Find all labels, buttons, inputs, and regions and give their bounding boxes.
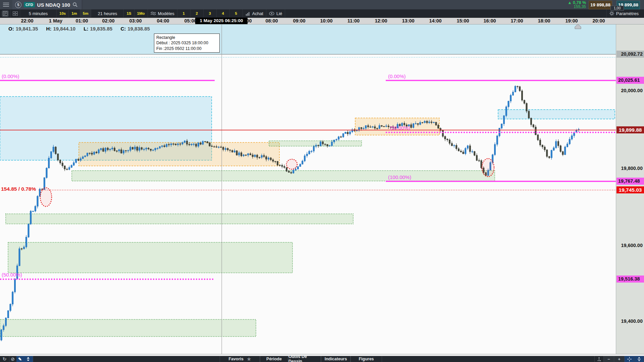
candle	[89, 153, 90, 154]
gear-icon	[609, 11, 614, 16]
candle	[456, 145, 457, 149]
tf-10s-button[interactable]: 10s	[57, 9, 69, 17]
price-tick: 19,600.00	[616, 242, 644, 249]
indicators-menu[interactable]: Indicateurs	[321, 356, 351, 362]
price-tick: 20,000.00	[616, 87, 644, 94]
range-1w-button[interactable]: 1S	[124, 9, 134, 17]
candle	[227, 148, 228, 150]
disable-drawings-button[interactable]: ⊘	[9, 356, 17, 362]
timeframe-dropdown[interactable]: 5 minutes	[20, 9, 57, 17]
layout-button[interactable]	[11, 9, 20, 17]
journal-button[interactable]	[0, 9, 11, 17]
drawing-tools-menu[interactable]: Outils De Dessin	[288, 356, 321, 362]
top-bar: 5 CFD US NDAQ 100 ▲ 0,78 % 155,35 19 898…	[0, 0, 644, 9]
instrument-selector[interactable]: 5 CFD US NDAQ 100	[12, 0, 82, 9]
model-5-button[interactable]: 5	[230, 9, 243, 17]
linked-toggle[interactable]: Lié	[266, 9, 285, 17]
favorites-menu[interactable]: Favoris ★	[220, 356, 260, 362]
candle	[408, 125, 410, 126]
patterns-menu[interactable]: Figures	[351, 356, 382, 362]
candle	[80, 159, 81, 160]
ohlc-close-label: C:	[120, 26, 126, 32]
candle	[46, 168, 47, 178]
candle	[173, 144, 174, 144]
candle	[179, 144, 181, 144]
candle	[327, 144, 328, 146]
candle	[57, 154, 59, 160]
spread-badge: 1,00	[610, 6, 624, 11]
tf-5m-button[interactable]: 5m	[80, 9, 92, 17]
candle	[478, 161, 480, 161]
candle	[435, 122, 437, 125]
pan-mode-button[interactable]	[594, 356, 604, 362]
zone-green	[6, 214, 353, 224]
time-tick: 16:00	[483, 17, 496, 24]
candle	[447, 139, 448, 140]
candle	[429, 122, 430, 123]
candle	[211, 146, 213, 147]
price-axis[interactable]: 20,092.7220,025.6120,000.0019,899.8819,8…	[616, 24, 644, 354]
candle	[304, 156, 305, 161]
candle	[553, 148, 554, 150]
crosshair-button[interactable]	[625, 356, 634, 362]
zoom-in-button[interactable]: +	[614, 356, 625, 362]
candle	[30, 211, 32, 224]
time-tick: 02:00	[102, 17, 114, 24]
ohlc-low-label: L:	[84, 26, 88, 32]
candle	[25, 237, 27, 247]
candle	[565, 147, 566, 155]
visible-range-dropdown[interactable]: 21 heures	[91, 9, 124, 17]
candle	[175, 144, 176, 145]
reload-button[interactable]: ↻	[0, 356, 9, 362]
favorites-label: Favoris	[228, 357, 243, 361]
buy-order-button[interactable]: Achat	[243, 9, 266, 17]
candle	[191, 144, 192, 145]
zoom-out-button[interactable]: −	[604, 356, 614, 362]
candle	[118, 149, 120, 151]
period-menu[interactable]: Période	[260, 356, 288, 362]
zone-green	[72, 171, 495, 181]
candle	[98, 150, 99, 153]
candle	[311, 151, 312, 152]
candle	[501, 124, 502, 128]
candle	[557, 141, 559, 146]
candle	[216, 147, 217, 147]
candle	[16, 266, 18, 279]
menu-icon[interactable]	[3, 3, 9, 7]
models-menu[interactable]: Modèles	[148, 9, 177, 17]
candle	[152, 150, 154, 150]
candle	[168, 144, 169, 145]
candle	[397, 124, 398, 128]
candle	[515, 86, 516, 92]
model-3-button[interactable]: 3	[204, 9, 217, 17]
model-2-button[interactable]: 2	[191, 9, 204, 17]
model-4-button[interactable]: 4	[217, 9, 230, 17]
tf-1m-button[interactable]: 1m	[69, 9, 80, 17]
range-1mo-button[interactable]: 1Mo	[135, 9, 148, 17]
candle	[96, 152, 97, 153]
price-tick: 20,025.61	[616, 77, 644, 84]
candle	[238, 153, 240, 155]
candle	[333, 140, 335, 142]
ohlc-close-value: 19,838.85	[127, 26, 150, 32]
candle	[105, 148, 106, 152]
chart-area[interactable]: (0.00%)(0.00%)(50.00%)(100.00%)(50.00%) …	[0, 24, 616, 354]
time-axis[interactable]: 22:001 May01:0002:0003:0004:0005:0006:00…	[0, 17, 644, 24]
candle	[567, 144, 568, 147]
model-1-button[interactable]: 1	[177, 9, 191, 17]
fit-vertical-button[interactable]	[634, 356, 644, 362]
candle	[19, 249, 20, 266]
ohlc-high-value: 19,844.10	[53, 26, 75, 32]
sell-price-button[interactable]: 19 898,88	[589, 1, 612, 9]
toolbar-spacer	[285, 9, 606, 17]
auto-scale-button[interactable]	[23, 356, 33, 362]
candle	[420, 122, 421, 124]
candle	[3, 326, 4, 330]
time-tick: 22:00	[21, 17, 33, 24]
candle	[177, 144, 178, 145]
candle	[374, 127, 376, 128]
minus-icon: −	[607, 357, 610, 362]
candle	[302, 161, 303, 164]
search-icon[interactable]	[72, 2, 78, 7]
draw-mode-button[interactable]: ✎	[16, 356, 24, 362]
